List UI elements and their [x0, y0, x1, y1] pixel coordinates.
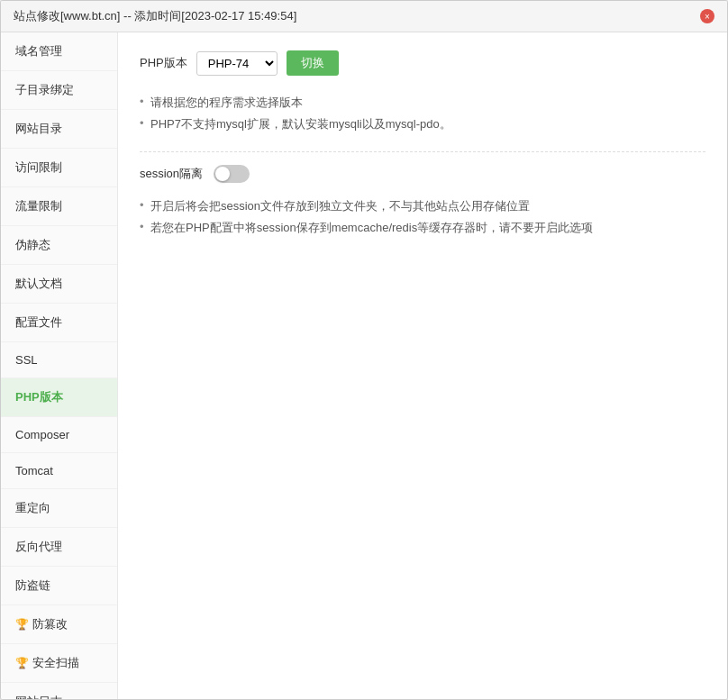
- sidebar-item-label: 防篡改: [32, 616, 68, 632]
- switch-button[interactable]: 切换: [287, 50, 339, 76]
- sidebar-item-label: 网站日志: [15, 694, 62, 699]
- close-button[interactable]: ×: [700, 9, 714, 23]
- sidebar-item-label: 防盗链: [15, 577, 50, 594]
- php-tip-item: PHP7不支持mysql扩展，默认安装mysqli以及mysql-pdo。: [140, 114, 705, 135]
- php-version-row: PHP版本 PHP-56PHP-70PHP-71PHP-72PHP-73PHP-…: [140, 50, 705, 76]
- sidebar-item-label: SSL: [15, 353, 38, 367]
- sidebar-item-traffic[interactable]: 流量限制: [1, 187, 117, 226]
- sidebar-item-phpver[interactable]: PHP版本: [1, 378, 117, 417]
- sidebar-item-label: 访问限制: [15, 159, 62, 176]
- sidebar-item-label: 子目录绑定: [15, 82, 74, 98]
- content-area: PHP版本 PHP-56PHP-70PHP-71PHP-72PHP-73PHP-…: [118, 32, 727, 699]
- sidebar-item-proxy[interactable]: 反向代理: [1, 528, 117, 567]
- sidebar-item-static[interactable]: 伪静态: [1, 226, 117, 265]
- php-tip-item: 请根据您的程序需求选择版本: [140, 92, 705, 114]
- sidebar-item-label: Composer: [15, 428, 69, 441]
- sidebar-item-config[interactable]: 配置文件: [1, 304, 117, 342]
- sidebar-item-access[interactable]: 访问限制: [1, 149, 117, 187]
- sidebar-item-label: PHP版本: [15, 389, 63, 405]
- php-tips-list: 请根据您的程序需求选择版本PHP7不支持mysql扩展，默认安装mysqli以及…: [140, 92, 705, 135]
- divider: [140, 151, 705, 152]
- modal-window: 站点修改[www.bt.cn] -- 添加时间[2023-02-17 15:49…: [0, 0, 728, 700]
- php-version-select[interactable]: PHP-56PHP-70PHP-71PHP-72PHP-73PHP-74PHP-…: [196, 51, 278, 76]
- sidebar-item-label: 重定向: [15, 500, 50, 516]
- sidebar: 域名管理子目录绑定网站目录访问限制流量限制伪静态默认文档配置文件SSLPHP版本…: [1, 32, 118, 699]
- sidebar-item-domain[interactable]: 域名管理: [1, 32, 117, 71]
- sidebar-item-log[interactable]: 网站日志: [1, 683, 117, 699]
- sidebar-item-tamper[interactable]: 🏆防篡改: [1, 605, 117, 644]
- modal-body: 域名管理子目录绑定网站目录访问限制流量限制伪静态默认文档配置文件SSLPHP版本…: [1, 32, 727, 699]
- sidebar-item-tomcat[interactable]: Tomcat: [1, 453, 117, 489]
- session-tip-item: 开启后将会把session文件存放到独立文件夹，不与其他站点公用存储位置: [140, 195, 705, 217]
- session-toggle[interactable]: [214, 165, 250, 183]
- sidebar-item-label: 配置文件: [15, 314, 62, 331]
- session-tips-list: 开启后将会把session文件存放到独立文件夹，不与其他站点公用存储位置若您在P…: [140, 195, 705, 239]
- session-tip-item: 若您在PHP配置中将session保存到memcache/redis等缓存存器时…: [140, 217, 705, 239]
- sidebar-item-label: Tomcat: [15, 464, 53, 477]
- sidebar-item-redirect[interactable]: 重定向: [1, 489, 117, 528]
- sidebar-item-scan[interactable]: 🏆安全扫描: [1, 644, 117, 683]
- sidebar-item-label: 反向代理: [15, 539, 62, 555]
- sidebar-item-label: 流量限制: [15, 198, 62, 214]
- sidebar-item-composer[interactable]: Composer: [1, 417, 117, 453]
- modal-title: 站点修改[www.bt.cn] -- 添加时间[2023-02-17 15:49…: [14, 8, 296, 24]
- session-row: session隔离: [140, 165, 705, 183]
- php-version-label: PHP版本: [140, 55, 187, 71]
- modal-header: 站点修改[www.bt.cn] -- 添加时间[2023-02-17 15:49…: [1, 1, 727, 32]
- sidebar-item-label: 网站目录: [15, 121, 62, 137]
- sidebar-item-label: 默认文档: [15, 276, 62, 292]
- crown-icon: 🏆: [15, 618, 29, 631]
- sidebar-item-label: 安全扫描: [32, 655, 79, 671]
- sidebar-item-hotlink[interactable]: 防盗链: [1, 567, 117, 605]
- sidebar-item-label: 域名管理: [15, 43, 62, 59]
- sidebar-item-subdir[interactable]: 子目录绑定: [1, 71, 117, 110]
- sidebar-item-ssl[interactable]: SSL: [1, 342, 117, 378]
- crown-icon: 🏆: [15, 657, 29, 669]
- sidebar-item-label: 伪静态: [15, 237, 50, 253]
- sidebar-item-defaultdoc[interactable]: 默认文档: [1, 265, 117, 304]
- sidebar-item-webdir[interactable]: 网站目录: [1, 110, 117, 149]
- session-label: session隔离: [140, 166, 203, 182]
